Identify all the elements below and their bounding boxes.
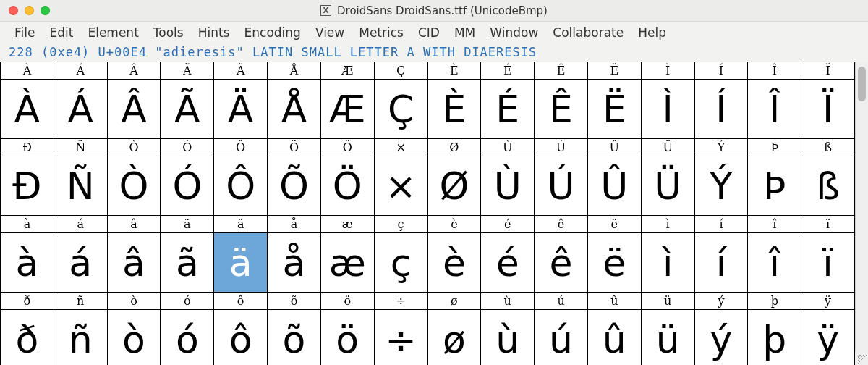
menu-element[interactable]: Element	[80, 23, 145, 42]
glyph-cell[interactable]: ç	[375, 233, 428, 293]
glyph-cell[interactable]: Á	[54, 80, 108, 139]
glyph-header: ð	[1, 293, 54, 310]
menu-hints[interactable]: Hints	[191, 23, 237, 42]
glyph-cell[interactable]: Ò	[108, 156, 161, 216]
glyph-cell[interactable]: Å	[268, 80, 321, 139]
menu-edit[interactable]: Edit	[42, 23, 80, 42]
glyph-cell[interactable]: Ë	[588, 80, 642, 139]
glyph-cell[interactable]: ß	[801, 156, 855, 216]
glyph-cell[interactable]: Ä	[214, 80, 268, 139]
menu-window[interactable]: Window	[482, 23, 545, 42]
glyph-cell[interactable]: ä	[214, 233, 268, 293]
glyph-cell[interactable]: â	[108, 233, 161, 293]
menu-encoding[interactable]: Encoding	[237, 23, 308, 42]
menubar: FileEditElementToolsHintsEncodingViewMet…	[0, 22, 868, 43]
glyph-cell[interactable]: ñ	[54, 310, 108, 365]
glyph-header: ç	[375, 216, 428, 233]
resize-grip-icon[interactable]	[855, 352, 868, 365]
glyph-cell[interactable]: Ï	[801, 80, 855, 139]
glyph-cell[interactable]: ó	[161, 310, 214, 365]
glyph-cell[interactable]: Ç	[375, 80, 428, 139]
glyph-cell[interactable]: á	[54, 233, 108, 293]
glyph-cell[interactable]: ø	[428, 310, 482, 365]
glyph-cell[interactable]: Í	[695, 80, 749, 139]
glyph-cell[interactable]: Õ	[268, 156, 321, 216]
glyph-cell[interactable]: Æ	[321, 80, 375, 139]
glyph-cell[interactable]: Î	[748, 80, 801, 139]
glyph-header: ÷	[375, 293, 428, 310]
glyph-cell[interactable]: æ	[321, 233, 375, 293]
glyph-cell[interactable]: Ê	[535, 80, 588, 139]
glyph-cell[interactable]: å	[268, 233, 321, 293]
glyph-cell[interactable]: Ý	[695, 156, 749, 216]
glyph-cell[interactable]: Ó	[161, 156, 214, 216]
scrollbar-thumb[interactable]	[858, 67, 866, 101]
glyph-header: ø	[428, 293, 482, 310]
menu-metrics[interactable]: Metrics	[352, 23, 411, 42]
vertical-scrollbar[interactable]	[855, 62, 868, 365]
zoom-window-button[interactable]	[41, 6, 50, 15]
glyph-cell[interactable]: Ö	[321, 156, 375, 216]
glyph-cell[interactable]: ï	[801, 233, 855, 293]
glyph-cell[interactable]: Ô	[214, 156, 268, 216]
glyph-cell[interactable]: é	[481, 233, 535, 293]
minimize-window-button[interactable]	[25, 6, 34, 15]
glyph-cell[interactable]: ð	[1, 310, 54, 365]
glyph-cell[interactable]: ò	[108, 310, 161, 365]
glyph-cell[interactable]: à	[1, 233, 54, 293]
glyph-cell[interactable]: Û	[588, 156, 642, 216]
close-window-button[interactable]	[9, 6, 18, 15]
glyph-cell[interactable]: Ð	[1, 156, 54, 216]
glyph-cell[interactable]: Ø	[428, 156, 482, 216]
glyph-header: Ì	[642, 62, 695, 80]
glyph-cell[interactable]: ã	[161, 233, 214, 293]
glyph-cell[interactable]: ë	[588, 233, 642, 293]
glyph-cell[interactable]: ×	[375, 156, 428, 216]
glyph-cell[interactable]: è	[428, 233, 482, 293]
glyph-cell[interactable]: ù	[481, 310, 535, 365]
glyph-cell[interactable]: ý	[695, 310, 749, 365]
glyph-cell[interactable]: È	[428, 80, 482, 139]
menu-file[interactable]: File	[7, 23, 42, 42]
glyph-cell[interactable]: À	[1, 80, 54, 139]
menu-mm[interactable]: MM	[447, 23, 482, 42]
glyph-header: Á	[54, 62, 108, 80]
menu-help[interactable]: Help	[631, 23, 673, 42]
glyph-cell[interactable]: ê	[535, 233, 588, 293]
glyph-cell[interactable]: ô	[214, 310, 268, 365]
glyph-cell[interactable]: Ü	[642, 156, 695, 216]
menu-cid[interactable]: CID	[411, 23, 447, 42]
glyph-cell[interactable]: Ã	[161, 80, 214, 139]
glyph-cell[interactable]: É	[481, 80, 535, 139]
glyph-cell[interactable]: Ì	[642, 80, 695, 139]
glyph-header: Þ	[748, 139, 801, 156]
glyph-cell[interactable]: ì	[642, 233, 695, 293]
glyph-cell[interactable]: ö	[321, 310, 375, 365]
glyph-cell[interactable]: ú	[535, 310, 588, 365]
glyph-cell[interactable]: Ù	[481, 156, 535, 216]
glyph-header: ß	[801, 139, 855, 156]
menu-collaborate[interactable]: Collaborate	[545, 23, 631, 42]
menu-tools[interactable]: Tools	[146, 23, 191, 42]
glyph-cell[interactable]: Ú	[535, 156, 588, 216]
glyph-cell[interactable]: í	[695, 233, 749, 293]
glyph-cell[interactable]: ÷	[375, 310, 428, 365]
glyph-header: Õ	[268, 139, 321, 156]
glyph-cell[interactable]: ü	[642, 310, 695, 365]
menu-view[interactable]: View	[308, 23, 352, 42]
glyph-header: ×	[375, 139, 428, 156]
glyph-header: î	[748, 216, 801, 233]
glyph-cell[interactable]: ÿ	[801, 310, 855, 365]
glyph-cell[interactable]: û	[588, 310, 642, 365]
glyph-cell[interactable]: Â	[108, 80, 161, 139]
glyph-header: Ã	[161, 62, 214, 80]
glyph-cell[interactable]: õ	[268, 310, 321, 365]
glyph-cell[interactable]: Þ	[748, 156, 801, 216]
glyph-cell[interactable]: Ñ	[54, 156, 108, 216]
glyph-cell[interactable]: þ	[748, 310, 801, 365]
glyph-header: Ê	[535, 62, 588, 80]
glyph-header: Ö	[321, 139, 375, 156]
glyph-cell[interactable]: î	[748, 233, 801, 293]
glyph-header: ò	[108, 293, 161, 310]
glyph-header: ê	[535, 216, 588, 233]
